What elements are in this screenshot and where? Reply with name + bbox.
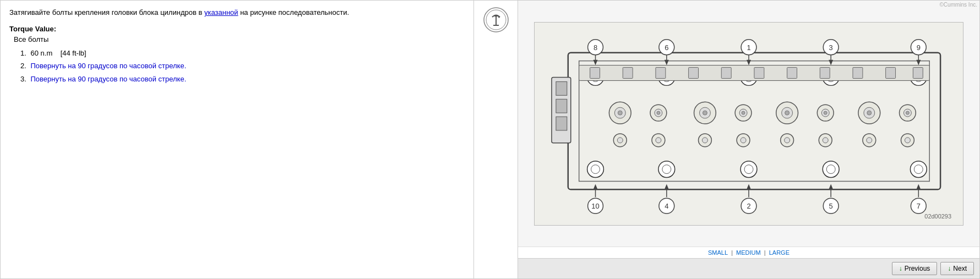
svg-point-121 <box>867 137 872 143</box>
svg-text:8: 8 <box>594 43 597 51</box>
wrench-icon <box>482 6 510 34</box>
svg-text:10: 10 <box>591 202 599 210</box>
step-1: 1. 60 n.m [44 ft-lb] <box>20 48 465 59</box>
svg-rect-10 <box>556 99 567 113</box>
svg-point-113 <box>702 137 707 143</box>
step-3-text: Повернуть на 90 градусов по часовой стре… <box>30 75 186 83</box>
svg-point-117 <box>785 137 790 143</box>
svg-point-98 <box>785 111 790 115</box>
right-panel: ©Cummins Inc. 8 <box>518 1 979 278</box>
copyright-text: ©Cummins Inc. <box>940 2 978 8</box>
intro-text: Затягивайте болты крепления головки блок… <box>9 7 465 18</box>
intro-highlight: указанной <box>204 8 238 17</box>
svg-text:02d00293: 02d00293 <box>924 213 951 220</box>
svg-point-101 <box>824 111 827 114</box>
svg-point-64 <box>658 161 675 177</box>
step-2-number: 2. <box>20 62 26 70</box>
size-medium-link[interactable]: MEDIUM <box>736 249 761 256</box>
svg-rect-77 <box>721 67 731 78</box>
svg-text:7: 7 <box>917 202 921 210</box>
svg-point-104 <box>867 111 872 115</box>
step-3-number: 3. <box>20 75 26 83</box>
previous-label: Previous <box>905 265 930 272</box>
svg-rect-82 <box>886 67 896 78</box>
previous-arrow-icon: ↓ <box>899 265 902 272</box>
engine-diagram: 8 6 1 3 9 <box>534 22 963 226</box>
svg-rect-81 <box>853 67 863 78</box>
svg-text:5: 5 <box>829 202 833 210</box>
svg-point-62 <box>587 161 604 177</box>
middle-panel <box>474 1 518 278</box>
svg-point-86 <box>618 111 622 115</box>
svg-rect-74 <box>623 67 633 78</box>
intro-text-before: Затягивайте болты крепления головки блок… <box>9 8 204 17</box>
svg-rect-11 <box>556 117 567 130</box>
svg-point-111 <box>656 137 661 143</box>
size-small-link[interactable]: SMALL <box>708 249 728 256</box>
svg-text:1: 1 <box>747 43 750 51</box>
svg-text:9: 9 <box>917 43 921 51</box>
step-1-number: 1. <box>20 49 26 57</box>
svg-point-95 <box>742 111 745 114</box>
svg-rect-75 <box>656 67 666 78</box>
svg-text:6: 6 <box>665 43 668 51</box>
svg-rect-76 <box>689 67 699 78</box>
svg-rect-9 <box>556 81 567 95</box>
svg-point-123 <box>905 137 910 143</box>
svg-point-119 <box>823 137 828 143</box>
step-1-value: 60 n.m [44 ft-lb] <box>30 49 86 57</box>
image-area: ©Cummins Inc. 8 <box>518 1 979 247</box>
next-label: Next <box>953 265 967 272</box>
svg-point-89 <box>657 111 660 114</box>
svg-point-68 <box>823 161 839 177</box>
step-2: 2. Повернуть на 90 градусов по часовой с… <box>20 61 465 72</box>
svg-text:4: 4 <box>665 202 668 210</box>
svg-point-92 <box>703 111 707 115</box>
svg-text:3: 3 <box>829 43 833 51</box>
svg-point-66 <box>741 161 757 177</box>
size-controls: SMALL | MEDIUM | LARGE <box>518 247 979 258</box>
svg-rect-83 <box>913 67 923 78</box>
next-arrow-icon: ↓ <box>948 265 951 272</box>
main-container: Затягивайте болты крепления головки блок… <box>0 0 980 279</box>
svg-rect-80 <box>820 67 830 78</box>
left-panel: Затягивайте болты крепления головки блок… <box>1 1 474 278</box>
svg-rect-78 <box>754 67 764 78</box>
bolts-label: Все болты <box>14 35 465 43</box>
intro-text-after: на рисунке последовательности. <box>238 8 350 17</box>
svg-rect-79 <box>787 67 797 78</box>
svg-rect-73 <box>590 67 600 78</box>
svg-point-107 <box>906 111 909 114</box>
svg-point-109 <box>617 137 623 143</box>
step-3: 3. Повернуть на 90 градусов по часовой с… <box>20 74 465 85</box>
svg-point-70 <box>910 161 927 177</box>
separator-1: | <box>731 249 734 256</box>
step-2-text: Повернуть на 90 градусов по часовой стре… <box>30 62 186 70</box>
torque-value-label: Torque Value: <box>9 25 465 33</box>
previous-button[interactable]: ↓ Previous <box>892 262 938 275</box>
svg-text:2: 2 <box>747 202 750 210</box>
size-large-link[interactable]: LARGE <box>769 249 790 256</box>
nav-controls: ↓ Previous ↓ Next <box>518 258 979 278</box>
separator-2: | <box>764 249 767 256</box>
next-button[interactable]: ↓ Next <box>940 262 974 275</box>
steps-list: 1. 60 n.m [44 ft-lb] 2. Повернуть на 90 … <box>20 48 465 85</box>
svg-point-115 <box>741 137 746 143</box>
